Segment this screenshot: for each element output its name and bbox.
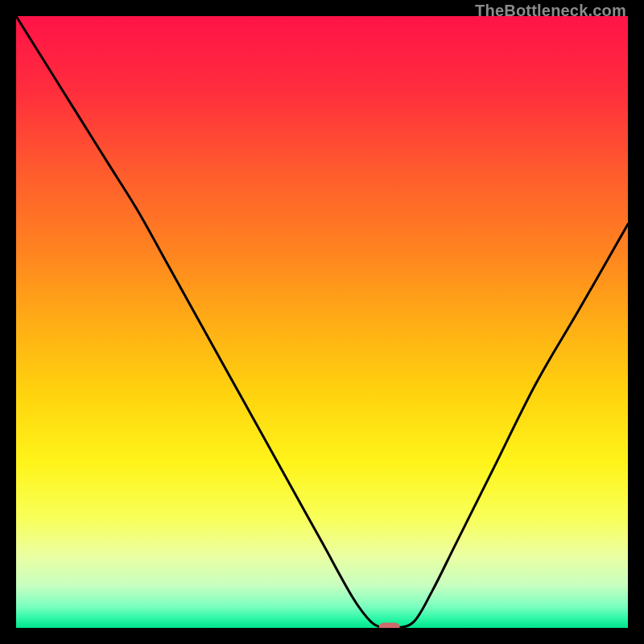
plot-area: [16, 16, 628, 628]
chart-frame: TheBottleneck.com: [0, 0, 644, 644]
bottleneck-chart: [16, 16, 628, 628]
watermark-text: TheBottleneck.com: [475, 2, 626, 20]
gradient-background: [16, 16, 628, 628]
optimal-point-marker: [379, 623, 400, 629]
